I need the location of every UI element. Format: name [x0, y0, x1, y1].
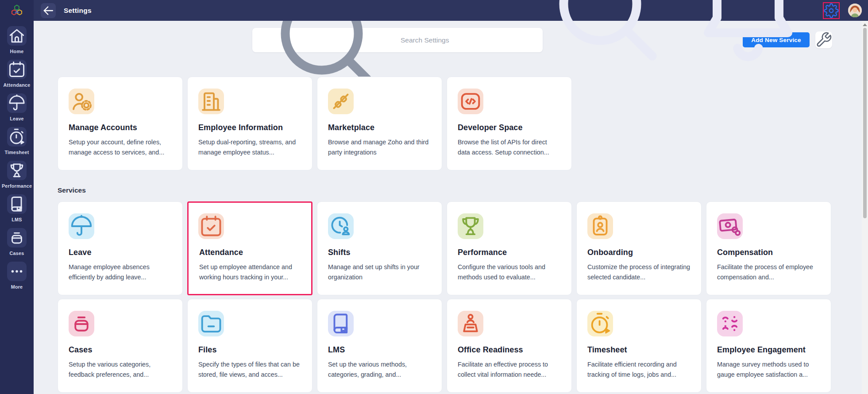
sidebar-item-label: More — [11, 284, 23, 290]
card-title: Timesheet — [587, 345, 691, 355]
book-icon — [7, 194, 27, 214]
card-title: Manage Accounts — [69, 123, 172, 132]
sidebar-item-label: Timesheet — [4, 150, 29, 155]
gear-icon — [824, 3, 839, 18]
card-description: Configure the various tools and methods … — [458, 262, 561, 282]
card-title: LMS — [328, 345, 431, 355]
sidebar-item-cases[interactable]: Cases — [0, 228, 34, 256]
card-title: Attendance — [199, 248, 301, 257]
sidebar-item-label: LMS — [12, 217, 22, 222]
card-description: Facilitate an effective process to colle… — [458, 359, 561, 379]
code-icon — [458, 89, 483, 114]
settings-card[interactable]: Employee Information Setup dual-reportin… — [187, 77, 312, 170]
card-title: Compensation — [717, 248, 820, 257]
sidebar-item-lms[interactable]: LMS — [0, 194, 34, 222]
sidebar-item-label: Home — [10, 49, 24, 54]
sidebar-nav: Home Attendance Leave Timesheet Performa… — [0, 21, 34, 295]
case-icon — [7, 228, 27, 247]
card-title: Employee Engagement — [717, 345, 820, 355]
trophy-icon — [7, 161, 27, 180]
card-title: Office Readiness — [458, 345, 561, 355]
card-description: Facilitate the process of employee compe… — [717, 262, 820, 282]
sidebar-item-home[interactable]: Home — [0, 26, 34, 54]
page-title: Settings — [64, 7, 92, 15]
sidebar-item-leave[interactable]: Leave — [0, 93, 34, 121]
card-title: Shifts — [328, 248, 431, 257]
survey-icon — [717, 311, 743, 336]
calendar-check-icon — [7, 60, 27, 79]
header-actions: 7 — [540, 0, 868, 77]
sidebar-item-label: Attendance — [4, 82, 31, 88]
card-description: Manage and set up shifts in your organiz… — [328, 262, 431, 282]
sidebar: Home Attendance Leave Timesheet Performa… — [0, 0, 34, 394]
card-description: Setup the various categories, feedback p… — [69, 359, 172, 379]
card-description: Browse the list of APIs for direct data … — [458, 137, 561, 157]
service-card[interactable]: Cases Setup the various categories, feed… — [58, 299, 183, 393]
card-description: Browse and manage Zoho and third party i… — [328, 137, 431, 157]
service-card[interactable]: Employee Engagement Manage survey method… — [706, 299, 831, 393]
sidebar-item-performance[interactable]: Performance — [0, 161, 34, 189]
calendar-check-icon — [198, 213, 224, 239]
folder-icon — [198, 311, 224, 336]
search-icon[interactable] — [540, 0, 673, 77]
zoho-people-logo — [0, 0, 34, 21]
card-title: Employee Information — [198, 123, 301, 132]
settings-card[interactable]: Marketplace Browse and manage Zoho and t… — [317, 77, 442, 170]
card-description: Setup your account, define roles, manage… — [69, 137, 172, 157]
service-card[interactable]: Compensation Facilitate the process of e… — [706, 201, 831, 295]
case-icon — [69, 311, 94, 336]
services-section-title: Services — [58, 186, 86, 194]
stopwatch-icon — [587, 311, 613, 336]
scrollbar-thumb[interactable] — [863, 28, 867, 218]
service-card[interactable]: Onboarding Customize the process of inte… — [576, 201, 702, 295]
umbrella-icon — [69, 213, 94, 239]
header: Settings 7 — [34, 0, 868, 21]
card-description: Setup dual-reporting, streams, and manag… — [198, 137, 301, 157]
services-cards-grid: Leave Manage employee absences efficient… — [58, 201, 841, 393]
service-card[interactable]: Leave Manage employee absences efficient… — [58, 201, 183, 295]
card-title: Leave — [69, 248, 172, 257]
service-card[interactable]: Timesheet Facilitate efficient recording… — [576, 299, 702, 393]
settings-card[interactable]: Manage Accounts Setup your account, defi… — [58, 77, 183, 170]
sidebar-item-timesheet[interactable]: Timesheet — [0, 127, 34, 155]
settings-card[interactable]: Developer Space Browse the list of APIs … — [447, 77, 572, 170]
settings-search — [252, 28, 543, 52]
card-description: Manage survey methods used to gauge empl… — [717, 359, 820, 379]
service-card[interactable]: Attendance Set up employee attendance an… — [187, 201, 312, 295]
card-title: Files — [198, 345, 301, 355]
card-description: Specify the types of files that can be s… — [198, 359, 301, 379]
stopwatch-icon — [7, 127, 27, 147]
book-icon — [328, 311, 354, 336]
user-gear-icon — [69, 89, 94, 114]
service-card[interactable]: Files Specify the types of files that ca… — [187, 299, 312, 393]
back-button[interactable] — [41, 3, 56, 18]
avatar[interactable] — [848, 4, 862, 17]
card-description: Facilitate efficient recording and track… — [587, 359, 691, 379]
admin-cards-row: Manage Accounts Setup your account, defi… — [58, 77, 572, 170]
sidebar-item-attendance[interactable]: Attendance — [0, 60, 34, 88]
ellipsis-icon — [7, 262, 27, 281]
service-card[interactable]: LMS Set up the various methods, categori… — [317, 299, 442, 393]
money-icon — [717, 213, 743, 239]
trophy-icon — [458, 213, 483, 239]
scroll-up-arrow-icon[interactable] — [863, 23, 867, 26]
card-description: Manage employee absences efficiently by … — [69, 262, 172, 282]
sidebar-item-label: Cases — [10, 251, 24, 256]
back-arrow-icon — [41, 3, 56, 18]
card-description: Customize the process of integrating sel… — [587, 262, 691, 282]
settings-gear-highlight[interactable] — [823, 2, 840, 19]
scrollbar[interactable] — [862, 21, 868, 394]
card-title: Developer Space — [458, 123, 561, 132]
search-settings-input[interactable] — [401, 36, 543, 44]
sidebar-item-label: Leave — [10, 116, 24, 121]
card-title: Marketplace — [328, 123, 431, 132]
bell-icon — [682, 0, 814, 77]
notifications-button[interactable]: 7 — [682, 0, 814, 77]
card-title: Cases — [69, 345, 172, 355]
sidebar-item-more[interactable]: More — [0, 262, 34, 290]
desk-user-icon — [458, 311, 483, 336]
service-card[interactable]: Office Readiness Facilitate an effective… — [447, 299, 572, 393]
service-card[interactable]: Shifts Manage and set up shifts in your … — [317, 201, 442, 295]
service-card[interactable]: Performance Configure the various tools … — [447, 201, 572, 295]
clock-user-icon — [328, 213, 354, 239]
